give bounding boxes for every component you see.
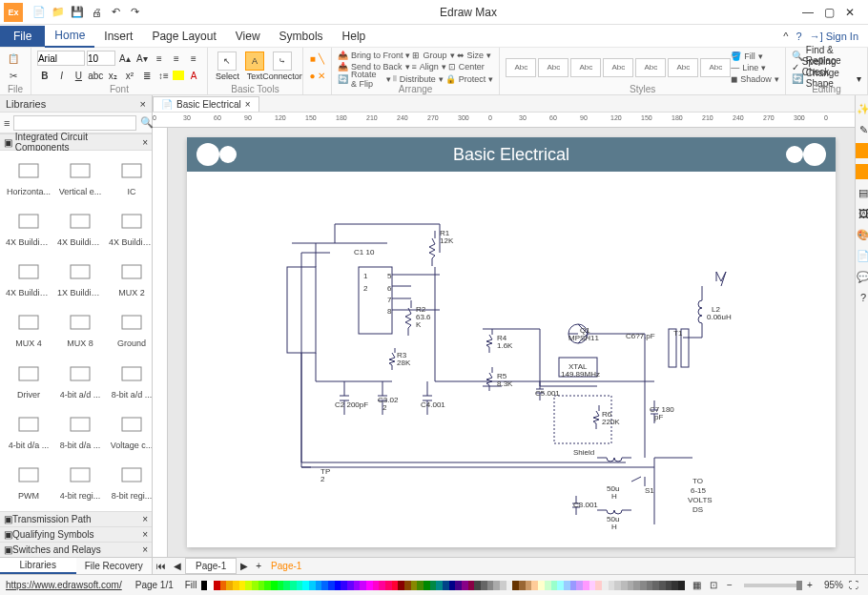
tab-page-layout[interactable]: Page Layout: [142, 26, 225, 47]
color-swatches[interactable]: [201, 581, 685, 590]
color-swatch[interactable]: [519, 581, 526, 590]
minimize-button[interactable]: ―: [801, 6, 815, 19]
tab-insert[interactable]: Insert: [94, 26, 142, 47]
shape-item[interactable]: 4-bit d/a ...: [4, 408, 53, 457]
signin-link[interactable]: →] Sign In: [810, 31, 858, 42]
color-swatch[interactable]: [462, 581, 468, 590]
color-swatch[interactable]: [633, 581, 640, 590]
status-url[interactable]: https://www.edrawsoft.com/: [0, 580, 128, 590]
collapse-ribbon-icon[interactable]: ^: [783, 31, 788, 42]
shape-item[interactable]: 4-bit a/d ...: [55, 358, 105, 406]
color-swatch[interactable]: [493, 581, 500, 590]
shape-item[interactable]: 4X Buildin...: [4, 205, 53, 254]
fill-button[interactable]: 🪣 Fill▾: [731, 51, 779, 62]
circle-shape-icon[interactable]: ●: [309, 68, 316, 83]
cross-shape-icon[interactable]: ✕: [318, 68, 325, 83]
color-swatch[interactable]: [347, 581, 354, 590]
sidebar-close-icon[interactable]: ×: [140, 98, 146, 110]
qat-redo-icon[interactable]: ↷: [126, 4, 143, 21]
shape-item[interactable]: 4X Buildin...: [107, 205, 152, 254]
color-swatch[interactable]: [316, 581, 322, 590]
page-icon[interactable]: ▤: [856, 185, 868, 200]
style-thumb[interactable]: Abc: [570, 58, 601, 77]
zoom-slider[interactable]: [744, 584, 801, 587]
qat-new-icon[interactable]: 📄: [31, 4, 48, 21]
color-swatch[interactable]: [659, 581, 666, 590]
tab-view[interactable]: View: [226, 26, 270, 47]
color-swatch[interactable]: [531, 581, 538, 590]
page[interactable]: Basic Electrical: [187, 137, 836, 547]
color-swatch[interactable]: [589, 581, 596, 590]
underline-icon[interactable]: U: [71, 68, 86, 83]
color-swatch[interactable]: [411, 581, 418, 590]
shape-item[interactable]: 4X Buildin...: [4, 256, 53, 304]
color-swatch[interactable]: [252, 581, 258, 590]
color-swatch[interactable]: [443, 581, 449, 590]
page-nav-first-icon[interactable]: ⏮: [153, 561, 170, 571]
doc-tab[interactable]: 📄 Basic Electrical ×: [153, 96, 259, 112]
color-swatch[interactable]: [455, 581, 462, 590]
shape-item[interactable]: Voltage c...: [107, 408, 152, 457]
line-shape-icon[interactable]: ╲: [318, 51, 325, 66]
tab-symbols[interactable]: Symbols: [270, 26, 333, 47]
color-swatch[interactable]: [640, 581, 647, 590]
color-swatch[interactable]: [290, 581, 297, 590]
wand-icon[interactable]: ✨: [856, 101, 868, 116]
shape-item[interactable]: PWM: [4, 459, 53, 507]
bring-front-button[interactable]: 📤 Bring to Front▾: [338, 50, 411, 61]
color-swatch[interactable]: [297, 581, 303, 590]
color-swatch[interactable]: [652, 581, 659, 590]
highlight-icon[interactable]: [173, 71, 184, 80]
color-swatch[interactable]: [309, 581, 316, 590]
line-button[interactable]: — Line▾: [731, 62, 779, 73]
color-swatch[interactable]: [404, 581, 411, 590]
color-swatch[interactable]: [583, 581, 589, 590]
align-right-icon[interactable]: ≡: [186, 51, 201, 66]
color-swatch[interactable]: [557, 581, 564, 590]
shape-item[interactable]: 1X Buildin...: [55, 256, 105, 304]
fit-icon[interactable]: ⊡: [710, 580, 721, 591]
group-button[interactable]: ⊞ Group▾: [412, 50, 454, 61]
color-swatch[interactable]: [570, 581, 577, 590]
color-swatch[interactable]: [214, 581, 220, 590]
shape-item[interactable]: Horizonta...: [4, 154, 53, 203]
change-shape-button[interactable]: 🔄 Change Shape▾: [792, 72, 861, 84]
center-button[interactable]: ⊡ Center: [448, 61, 485, 72]
shape-item[interactable]: Vertical e...: [55, 154, 105, 203]
color-swatch[interactable]: [201, 581, 208, 590]
tab-close-icon[interactable]: ×: [245, 99, 251, 110]
page-nav-prev-icon[interactable]: ◀: [170, 561, 185, 571]
font-color-icon[interactable]: A: [186, 68, 201, 83]
shrink-font-icon[interactable]: A▾: [134, 51, 150, 66]
color-swatch[interactable]: [398, 581, 404, 590]
sidebar-tab-recovery[interactable]: File Recovery: [76, 558, 153, 574]
shape-item[interactable]: 8-bit regi...: [107, 459, 152, 507]
color-swatch[interactable]: [379, 581, 385, 590]
schematic[interactable]: C1 10R112K152678R263.6KR328KC2 200pFC3.0…: [187, 172, 836, 547]
color-swatch[interactable]: [621, 581, 628, 590]
maximize-button[interactable]: ▢: [822, 6, 836, 19]
color-swatch[interactable]: [366, 581, 373, 590]
paste-icon[interactable]: 📋: [6, 51, 21, 66]
color-swatch[interactable]: [283, 581, 290, 590]
grow-font-icon[interactable]: A▴: [117, 51, 133, 66]
color-swatch[interactable]: [602, 581, 609, 590]
zoom-out-icon[interactable]: −: [727, 580, 738, 591]
search-input[interactable]: [13, 115, 136, 131]
grid-icon[interactable]: ▦: [692, 580, 704, 591]
color-swatch[interactable]: [264, 581, 271, 590]
color-swatch[interactable]: [258, 581, 265, 590]
color-swatch[interactable]: [321, 581, 328, 590]
document-icon[interactable]: 📄: [856, 248, 868, 263]
size-button[interactable]: ⬌ Size▾: [457, 50, 492, 61]
bold-icon[interactable]: B: [37, 68, 52, 83]
color-swatch[interactable]: [436, 581, 443, 590]
color-swatch[interactable]: [647, 581, 653, 590]
style-thumb[interactable]: Abc: [603, 58, 633, 77]
style-gallery[interactable]: AbcAbcAbcAbcAbcAbcAbc: [506, 58, 731, 77]
color-swatch[interactable]: [341, 581, 347, 590]
sidebar-section-switches[interactable]: ▣ Switches and Relays×: [0, 542, 152, 557]
rotate-button[interactable]: 🔄 Rotate & Flip▾: [338, 73, 391, 85]
align-button[interactable]: ≡ Align▾: [412, 61, 446, 72]
style-thumb[interactable]: Abc: [538, 58, 568, 77]
